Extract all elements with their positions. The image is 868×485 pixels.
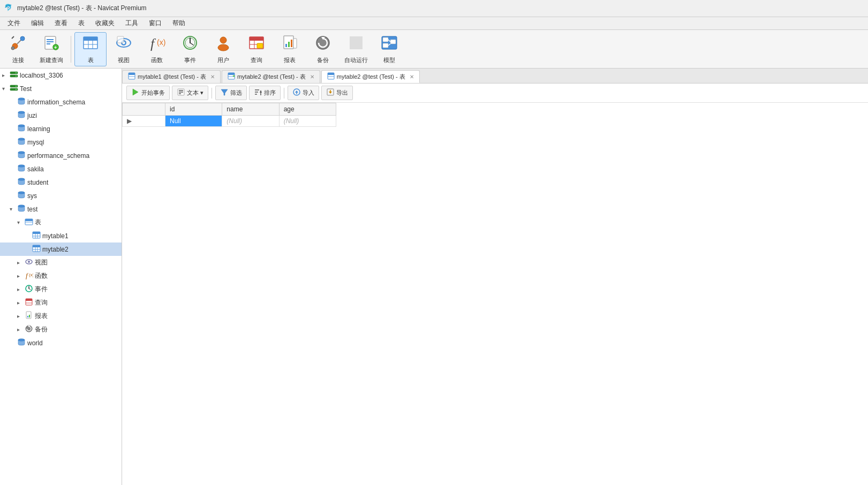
main-layout: ▸ localhost_3306 ▾ Test information_sche… <box>0 69 868 485</box>
sidebar-item-tables-group[interactable]: ▾ 表 <box>0 216 122 229</box>
svg-rect-81 <box>33 245 40 247</box>
toolbar-btn-connect[interactable]: 连接 <box>2 32 34 66</box>
menu-item-窗口[interactable]: 窗口 <box>144 18 167 29</box>
svg-point-52 <box>16 86 17 87</box>
item-type-icon <box>17 124 26 134</box>
svg-point-71 <box>18 205 25 207</box>
begin-transaction-icon <box>131 88 140 98</box>
toolbar-btn-model[interactable]: 模型 <box>373 32 405 66</box>
svg-point-61 <box>18 138 25 140</box>
svg-point-1 <box>20 36 25 41</box>
sidebar-item-views-group[interactable]: ▸ 视图 <box>0 256 122 269</box>
menu-item-帮助[interactable]: 帮助 <box>167 18 191 29</box>
item-type-icon <box>25 257 33 268</box>
sort-label: 排序 <box>264 89 276 97</box>
svg-rect-39 <box>350 36 363 49</box>
sidebar-item-backups-group[interactable]: ▸ 备份 <box>0 323 122 336</box>
sidebar-item-mysql[interactable]: mysql <box>0 135 122 149</box>
table-toolbar-btn-export[interactable]: 导出 <box>321 86 353 100</box>
item-type-icon <box>17 338 26 348</box>
toolbar-btn-new-query[interactable]: +新建查询 <box>35 32 67 66</box>
sidebar-item-reports-group[interactable]: ▸ 报表 <box>0 309 122 323</box>
item-type-icon <box>17 204 26 214</box>
toolbar-btn-user[interactable]: 用户 <box>207 32 239 66</box>
sidebar-item-test-db[interactable]: ▾ test <box>0 202 122 216</box>
item-type-icon <box>17 97 26 107</box>
toolbar-btn-auto-run[interactable]: 自动运行 <box>340 32 372 66</box>
toolbar-btn-table[interactable]: 表 <box>74 32 107 66</box>
report-label: 报表 <box>284 56 296 64</box>
svg-rect-18 <box>117 36 124 43</box>
svg-text:(x): (x) <box>29 272 33 277</box>
arrow-icon: ▾ <box>2 86 10 92</box>
table-toolbar-btn-begin-transaction[interactable]: 开始事务 <box>126 86 170 100</box>
sidebar-item-juzi[interactable]: juzi <box>0 109 122 122</box>
sidebar-item-mytable2[interactable]: mytable2 <box>0 242 122 256</box>
toolbar-btn-backup[interactable]: 备份 <box>307 32 339 66</box>
tab-close-tab2[interactable]: ✕ <box>310 74 314 80</box>
sidebar-item-test-root[interactable]: ▾ Test <box>0 82 122 95</box>
tab-tab1[interactable]: mytable1 @test (Test) - 表 ✕ <box>122 70 221 83</box>
menu-item-表[interactable]: 表 <box>73 18 90 29</box>
toolbar-btn-function[interactable]: f(x)函数 <box>141 32 173 66</box>
tab-label-tab3: mytable2 @test (Test) - 表 <box>337 73 405 81</box>
menu-item-文件[interactable]: 文件 <box>2 18 26 29</box>
sidebar-item-student[interactable]: student <box>0 176 122 189</box>
view-icon <box>115 34 132 55</box>
tab-close-tab3[interactable]: ✕ <box>410 74 414 80</box>
item-type-icon <box>10 84 18 94</box>
sidebar-item-sakila[interactable]: sakila <box>0 162 122 176</box>
svg-rect-36 <box>293 39 297 48</box>
toolbar-btn-view[interactable]: 视图 <box>108 32 140 66</box>
cell-id[interactable]: Null <box>165 116 222 127</box>
tab-tab2[interactable]: mytable2 @test (Test) - 表 ✕ <box>222 70 320 83</box>
table-toolbar-btn-import[interactable]: 导入 <box>288 86 319 100</box>
item-type-icon <box>25 284 33 294</box>
tab-tab3[interactable]: mytable2 @test (Test) - 表 ✕ <box>321 70 420 83</box>
menu-item-收藏夹[interactable]: 收藏夹 <box>90 18 120 29</box>
svg-point-55 <box>18 98 25 100</box>
auto-run-icon <box>348 34 365 55</box>
table-toolbar-btn-text[interactable]: 文本 ▾ <box>172 86 208 100</box>
svg-point-25 <box>220 37 227 43</box>
menu-item-查看[interactable]: 查看 <box>49 18 73 29</box>
item-label: performance_schema <box>27 152 89 160</box>
arrow-icon: ▸ <box>17 273 25 279</box>
sidebar-item-mytable1[interactable]: mytable1 <box>0 229 122 242</box>
menu-item-工具[interactable]: 工具 <box>120 18 144 29</box>
tab-label-tab1: mytable1 @test (Test) - 表 <box>138 73 206 81</box>
sidebar-item-world[interactable]: world <box>0 336 122 350</box>
toolbar-btn-report[interactable]: 报表 <box>274 32 306 66</box>
sidebar-item-events-group[interactable]: ▸ 事件 <box>0 283 122 296</box>
toolbar-btn-query[interactable]: 查询 <box>240 32 273 66</box>
arrow-icon: ▸ <box>2 72 10 78</box>
menu-item-编辑[interactable]: 编辑 <box>26 18 49 29</box>
title-bar: 🐬 mytable2 @test (Test) - 表 - Navicat Pr… <box>0 0 868 17</box>
table-row[interactable]: ▶Null(Null)(Null) <box>123 116 336 127</box>
event-label: 事件 <box>184 56 196 64</box>
sidebar-item-queries-group[interactable]: ▸ 查询 <box>0 296 122 309</box>
sidebar-item-sys[interactable]: sys <box>0 189 122 202</box>
sidebar-item-learning[interactable]: learning <box>0 122 122 135</box>
table-toolbar-btn-sort[interactable]: 排序 <box>249 86 281 100</box>
svg-point-101 <box>18 339 25 341</box>
row-indicator: ▶ <box>123 116 165 127</box>
cell-name[interactable]: (Null) <box>222 116 279 127</box>
svg-point-48 <box>16 72 17 73</box>
table-row-indicator-header <box>123 103 165 116</box>
table-toolbar-btn-filter[interactable]: 筛选 <box>215 86 247 100</box>
model-label: 模型 <box>383 56 395 64</box>
svg-rect-28 <box>250 37 263 41</box>
tab-close-tab1[interactable]: ✕ <box>210 74 215 80</box>
sidebar-item-localhost[interactable]: ▸ localhost_3306 <box>0 69 122 82</box>
svg-rect-43 <box>390 40 396 44</box>
svg-text:f: f <box>150 36 156 51</box>
item-type-icon <box>25 324 33 335</box>
sidebar-item-functions-group[interactable]: ▸ f(x) 函数 <box>0 269 122 283</box>
sidebar-item-performance_schema[interactable]: performance_schema <box>0 149 122 162</box>
item-label: world <box>27 339 43 347</box>
toolbar-btn-event[interactable]: 事件 <box>174 32 206 66</box>
sidebar-item-information_schema[interactable]: information_schema <box>0 95 122 109</box>
svg-rect-110 <box>328 73 334 75</box>
cell-age[interactable]: (Null) <box>279 116 336 127</box>
